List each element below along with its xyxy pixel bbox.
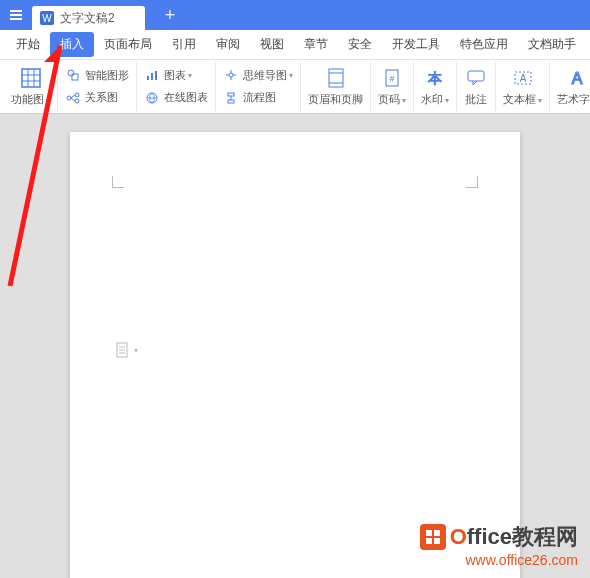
online-chart-label: 在线图表 — [164, 90, 208, 105]
svg-rect-1 — [10, 14, 22, 16]
menu-insert[interactable]: 插入 — [50, 32, 94, 57]
comment-label: 批注 — [465, 92, 487, 107]
svg-text:A: A — [571, 70, 582, 87]
flowchart-button[interactable]: 流程图 — [220, 89, 296, 107]
page-number-label: 页码 — [378, 93, 400, 105]
smart-shapes-button[interactable]: 智能图形 — [62, 66, 132, 84]
header-footer-label: 页眉和页脚 — [308, 92, 363, 107]
svg-rect-24 — [228, 93, 234, 96]
chevron-down-icon: ▾ — [188, 71, 192, 80]
svg-line-13 — [71, 95, 75, 98]
svg-rect-0 — [10, 10, 22, 12]
svg-rect-50 — [434, 538, 440, 544]
online-chart-button[interactable]: 在线图表 — [141, 89, 211, 107]
table-icon — [19, 66, 43, 90]
svg-text:A: A — [519, 73, 526, 84]
office-logo-icon — [420, 524, 446, 550]
page-number-button[interactable]: # 页码▾ — [375, 65, 409, 108]
wordart-label: 艺术字 — [557, 93, 590, 105]
svg-rect-33 — [468, 71, 484, 81]
page-number-icon: # — [380, 66, 404, 90]
svg-rect-48 — [434, 530, 440, 536]
textbox-label: 文本框 — [503, 93, 536, 105]
chevron-down-icon: ▾ — [402, 96, 406, 105]
online-chart-icon — [144, 90, 160, 106]
menu-dev-tools[interactable]: 开发工具 — [382, 32, 450, 57]
chevron-down-icon[interactable]: ▾ — [134, 346, 138, 355]
relation-chart-button[interactable]: 关系图 — [62, 89, 132, 107]
svg-rect-3 — [22, 69, 40, 87]
svg-rect-16 — [151, 73, 153, 80]
watermark-brand-text: ffice教程网 — [467, 522, 578, 552]
bar-chart-icon — [144, 67, 160, 83]
new-tab-button[interactable]: + — [165, 5, 176, 26]
ribbon: 功能图▾ 智能图形 关系图 图表▾ 在线图表 思维导图▾ 流程图 — [0, 60, 590, 114]
watermark-logo: Office教程网 www.office26.com — [420, 522, 578, 568]
menu-review[interactable]: 审阅 — [206, 32, 250, 57]
function-chart-label: 功能图 — [11, 93, 44, 105]
menu-page-layout[interactable]: 页面布局 — [94, 32, 162, 57]
comment-icon — [464, 66, 488, 90]
app-menu-icon[interactable] — [8, 7, 24, 23]
menu-doc-helper[interactable]: 文档助手 — [518, 32, 586, 57]
document-page[interactable]: ▾ — [70, 132, 520, 578]
workspace[interactable]: ▾ — [0, 114, 590, 578]
chevron-down-icon: ▾ — [445, 96, 449, 105]
svg-rect-27 — [329, 69, 343, 87]
page-options-icon[interactable] — [116, 342, 130, 358]
header-footer-icon — [324, 66, 348, 90]
shapes-icon — [65, 67, 81, 83]
chevron-down-icon: ▾ — [46, 96, 50, 105]
titlebar: W 文字文稿2 + — [0, 0, 590, 30]
svg-rect-2 — [10, 18, 22, 20]
menu-references[interactable]: 引用 — [162, 32, 206, 57]
mindmap-icon — [223, 67, 239, 83]
svg-point-10 — [67, 96, 71, 100]
margin-corner-icon — [112, 176, 124, 188]
svg-point-12 — [75, 99, 79, 103]
svg-point-8 — [68, 70, 74, 76]
margin-corner-icon — [466, 176, 478, 188]
textbox-button[interactable]: A 文本框▾ — [500, 65, 545, 108]
svg-text:本: 本 — [428, 70, 442, 86]
chevron-down-icon: ▾ — [538, 96, 542, 105]
smart-shapes-label: 智能图形 — [85, 68, 129, 83]
svg-line-14 — [71, 98, 75, 101]
flowchart-label: 流程图 — [243, 90, 276, 105]
svg-point-11 — [75, 93, 79, 97]
menu-special[interactable]: 特色应用 — [450, 32, 518, 57]
wordart-icon: A — [565, 66, 589, 90]
watermark-button[interactable]: 本 水印▾ — [418, 65, 452, 108]
document-tab[interactable]: W 文字文稿2 — [32, 6, 145, 30]
watermark-icon: 本 — [423, 66, 447, 90]
mindmap-button[interactable]: 思维导图▾ — [220, 66, 296, 84]
comment-button[interactable]: 批注 — [461, 65, 491, 108]
watermark-url: www.office26.com — [420, 552, 578, 568]
doc-type-icon: W — [40, 11, 54, 25]
flowchart-icon — [223, 90, 239, 106]
doc-tab-label: 文字文稿2 — [60, 10, 115, 27]
menu-home[interactable]: 开始 — [6, 32, 50, 57]
watermark-label: 水印 — [421, 93, 443, 105]
relation-icon — [65, 90, 81, 106]
svg-text:#: # — [389, 74, 394, 84]
mindmap-label: 思维导图 — [243, 68, 287, 83]
menu-view[interactable]: 视图 — [250, 32, 294, 57]
menu-security[interactable]: 安全 — [338, 32, 382, 57]
svg-rect-17 — [155, 71, 157, 80]
menu-sections[interactable]: 章节 — [294, 32, 338, 57]
svg-rect-49 — [426, 538, 432, 544]
chart-button[interactable]: 图表▾ — [141, 66, 211, 84]
svg-rect-47 — [426, 530, 432, 536]
wordart-button[interactable]: A 艺术字▾ — [554, 65, 590, 108]
relation-chart-label: 关系图 — [85, 90, 118, 105]
function-chart-button[interactable]: 功能图▾ — [8, 65, 53, 108]
menubar: 开始 插入 页面布局 引用 审阅 视图 章节 安全 开发工具 特色应用 文档助手 — [0, 30, 590, 60]
watermark-brand-o: O — [450, 524, 467, 550]
svg-rect-25 — [228, 100, 234, 103]
chart-label: 图表 — [164, 68, 186, 83]
header-footer-button[interactable]: 页眉和页脚 — [305, 65, 366, 108]
textbox-icon: A — [511, 66, 535, 90]
svg-point-19 — [229, 73, 233, 77]
svg-rect-15 — [147, 76, 149, 80]
